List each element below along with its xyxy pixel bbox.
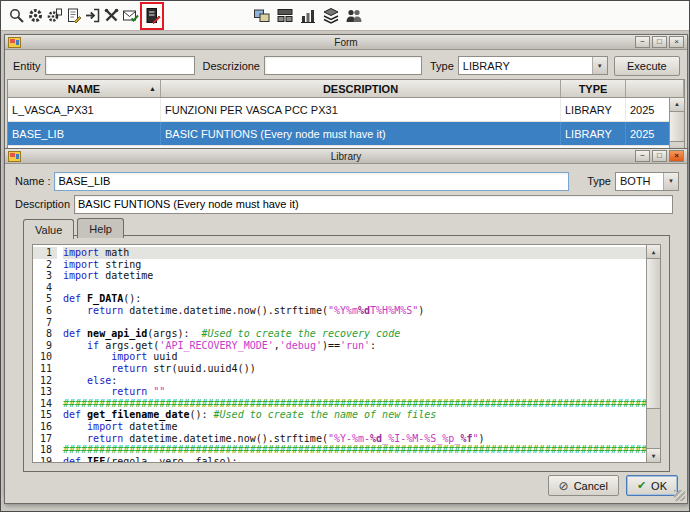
window-buttons: − □ × [635,36,684,48]
line-number: 15 [33,409,57,421]
sort-asc-icon: ▲ [149,85,156,92]
mail-check-icon[interactable] [121,3,140,29]
line-number: 14 [33,398,57,410]
window-icon [8,151,21,162]
header-description[interactable]: DESCRIPTION [161,80,561,97]
scrollbar-thumb[interactable] [647,259,660,409]
form-titlebar[interactable]: Form − □ × [5,35,687,50]
tab-panel: 12345678910111213141516171819 import mat… [23,235,670,472]
script-edit-icon[interactable] [140,2,164,30]
close-button[interactable]: × [669,36,684,48]
entity-input[interactable] [45,56,195,75]
line-number: 1 [33,247,57,259]
cancel-label: Cancel [574,480,608,492]
line-number: 9 [33,340,57,352]
descrizione-input[interactable] [264,56,422,75]
scroll-down-icon[interactable]: ▼ [647,448,660,462]
code-line: ########################################… [63,398,646,410]
table-cell: FUNZIONI PER VASCA PCC PX31 [161,98,561,121]
settings-gear-icon[interactable] [26,3,45,29]
table-cell: BASE_LIB [8,122,161,145]
maximize-button[interactable]: □ [652,36,667,48]
description-input[interactable] [74,195,673,214]
type-select[interactable]: BOTH ▼ [615,172,679,191]
scroll-up-icon[interactable]: ▲ [670,98,684,112]
cancel-icon: ⊘ [559,480,569,492]
table-cell: BASIC FUNTIONS (Every node must have it) [161,122,561,145]
name-input[interactable] [54,172,569,191]
line-number: 7 [33,317,57,329]
form-filter-bar: Entity Descrizione Type LIBRARY ▼ Execut… [5,50,687,77]
users-icon[interactable] [342,3,365,29]
layers-icon[interactable] [319,3,342,29]
type-select-value: LIBRARY [459,60,592,72]
notebook-tabs: Value Help [23,218,687,238]
code-line [63,317,646,329]
table-cell: L_VASCA_PX31 [8,98,161,121]
line-number: 17 [33,433,57,445]
tools-icon[interactable] [102,3,121,29]
line-number: 16 [33,421,57,433]
scrollbar-thumb[interactable] [670,112,684,142]
code-line [63,282,646,294]
cancel-button[interactable]: ⊘ Cancel [548,475,619,496]
editor-scrollbar[interactable]: ▲ ▼ [646,245,660,462]
code-line: import math [63,247,646,259]
code-editor[interactable]: 12345678910111213141516171819 import mat… [32,244,661,463]
name-label: Name : [15,175,50,187]
type-label: Type [587,175,611,187]
header-type[interactable]: TYPE [561,80,626,97]
library-window: Library − □ × Name : Type BOTH ▼ Descrip… [4,148,688,504]
code-line: import uuid [63,351,646,363]
header-name[interactable]: NAME ▲ [8,80,161,97]
document-edit-icon[interactable] [64,3,83,29]
line-number: 12 [33,375,57,387]
tab-help[interactable]: Help [77,218,124,238]
code-area[interactable]: import mathimport stringimport datetimed… [57,245,646,462]
search-icon[interactable] [7,3,26,29]
resize-grip[interactable] [674,490,685,501]
line-number: 5 [33,293,57,305]
cards-icon[interactable] [273,3,296,29]
window-title: Library [5,151,687,162]
ok-label: OK [651,480,667,492]
description-label: Description [15,198,70,210]
library-description-row: Description [5,194,687,214]
header-extra[interactable] [626,80,684,97]
type-select[interactable]: LIBRARY ▼ [458,56,608,75]
table-row[interactable]: L_VASCA_PX31FUNZIONI PER VASCA PCC PX31L… [8,98,684,122]
library-titlebar[interactable]: Library − □ × [5,149,687,164]
code-line: def get_filename_date(): #Used to create… [63,409,646,421]
ok-button[interactable]: ✔ OK [626,475,678,496]
check-icon: ✔ [637,480,646,491]
code-line: def new_api_id(args): #Used to create th… [63,328,646,340]
line-number: 2 [33,259,57,271]
execute-button[interactable]: Execute [614,56,680,76]
minimize-button[interactable]: − [635,36,650,48]
close-button[interactable]: × [669,150,684,162]
type-select-value: BOTH [616,175,663,187]
image-icon[interactable] [250,3,273,29]
type-label: Type [430,60,454,72]
code-line: ########################################… [63,444,646,456]
code-line: def F_DATA(): [63,293,646,305]
scroll-up-icon[interactable]: ▲ [647,245,660,259]
chevron-down-icon: ▼ [663,173,678,190]
chart-icon[interactable] [296,3,319,29]
dialog-buttons: ⊘ Cancel ✔ OK [548,475,678,496]
table-header: NAME ▲ DESCRIPTION TYPE [8,80,684,98]
maximize-button[interactable]: □ [652,150,667,162]
table-cell: LIBRARY [561,122,626,145]
code-line: return str(uuid.uuid4()) [63,363,646,375]
line-number: 19 [33,456,57,463]
tab-value[interactable]: Value [23,219,74,239]
chevron-down-icon: ▼ [592,57,607,74]
header-name-label: NAME [68,83,100,95]
line-number: 11 [33,363,57,375]
table-row[interactable]: BASE_LIBBASIC FUNTIONS (Every node must … [8,122,684,146]
descrizione-label: Descrizione [203,60,260,72]
minimize-button[interactable]: − [635,150,650,162]
process-gear-icon[interactable] [45,3,64,29]
login-icon[interactable] [83,3,102,29]
entity-label: Entity [13,60,41,72]
